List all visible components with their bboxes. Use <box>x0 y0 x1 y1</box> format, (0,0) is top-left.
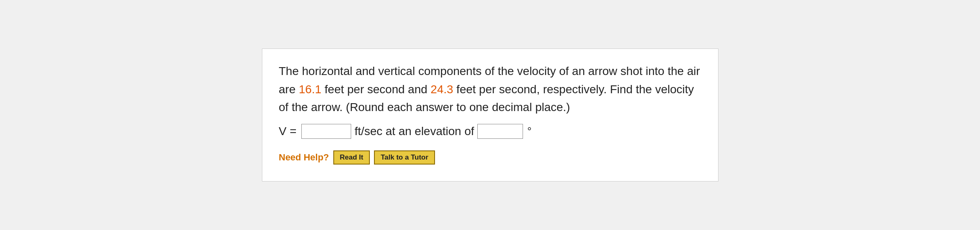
need-help-label: Need Help? <box>279 152 329 163</box>
help-row: Need Help? Read It Talk to a Tutor <box>279 150 701 165</box>
talk-to-tutor-button[interactable]: Talk to a Tutor <box>374 150 435 165</box>
problem-card: The horizontal and vertical components o… <box>262 48 719 181</box>
problem-statement: The horizontal and vertical components o… <box>279 62 701 116</box>
value2: 24.3 <box>430 83 453 96</box>
velocity-input[interactable] <box>301 124 351 139</box>
answer-row: V = ft/sec at an elevation of ° <box>279 124 701 139</box>
value1: 16.1 <box>299 83 322 96</box>
unit-label: ft/sec at an elevation of <box>354 125 474 138</box>
text-part2: feet per second and <box>321 83 430 96</box>
read-it-button[interactable]: Read It <box>333 150 370 165</box>
equation-label: V = <box>279 125 297 138</box>
degree-symbol: ° <box>527 125 531 138</box>
elevation-input[interactable] <box>477 124 523 139</box>
